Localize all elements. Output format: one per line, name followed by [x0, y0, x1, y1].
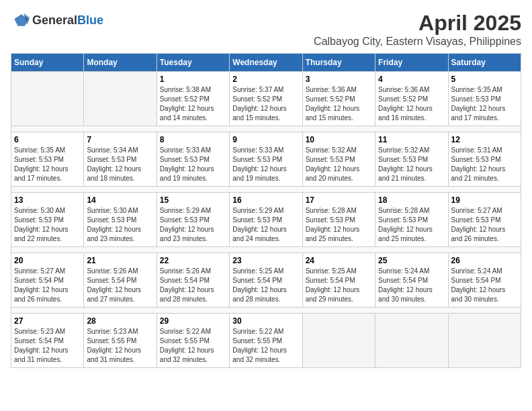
calendar-cell: 11Sunrise: 5:32 AMSunset: 5:53 PMDayligh… [375, 132, 448, 187]
calendar-header-thursday: Thursday [302, 54, 375, 72]
calendar-cell: 3Sunrise: 5:36 AMSunset: 5:52 PMDaylight… [302, 72, 375, 126]
logo: GeneralBlue [11, 11, 103, 30]
day-number: 4 [378, 75, 445, 84]
calendar-cell: 30Sunrise: 5:22 AMSunset: 5:55 PMDayligh… [230, 314, 302, 368]
day-info: Sunrise: 5:24 AMSunset: 5:54 PMDaylight:… [451, 267, 518, 304]
day-info: Sunrise: 5:33 AMSunset: 5:53 PMDaylight:… [160, 146, 226, 183]
calendar-cell: 4Sunrise: 5:36 AMSunset: 5:52 PMDaylight… [375, 72, 448, 126]
day-number: 21 [87, 256, 153, 265]
week-separator [11, 187, 521, 193]
day-number: 27 [14, 316, 81, 326]
calendar-cell [11, 72, 84, 126]
day-info: Sunrise: 5:23 AMSunset: 5:54 PMDaylight:… [14, 327, 81, 365]
day-info: Sunrise: 5:36 AMSunset: 5:52 PMDaylight:… [378, 85, 445, 123]
header: GeneralBlue April 2025 Calbayog City, Ea… [11, 11, 521, 48]
day-number: 5 [451, 75, 518, 84]
separator-cell [11, 247, 521, 253]
day-number: 16 [232, 195, 299, 205]
day-info: Sunrise: 5:33 AMSunset: 5:53 PMDaylight:… [232, 146, 299, 183]
day-info: Sunrise: 5:34 AMSunset: 5:53 PMDaylight:… [87, 146, 153, 183]
day-number: 19 [451, 195, 518, 205]
calendar-week-row: 13Sunrise: 5:30 AMSunset: 5:53 PMDayligh… [11, 193, 521, 247]
logo-icon [11, 11, 30, 30]
calendar-cell: 25Sunrise: 5:24 AMSunset: 5:54 PMDayligh… [375, 253, 448, 308]
calendar-cell: 7Sunrise: 5:34 AMSunset: 5:53 PMDaylight… [84, 132, 157, 187]
day-info: Sunrise: 5:26 AMSunset: 5:54 PMDaylight:… [87, 267, 153, 304]
day-info: Sunrise: 5:27 AMSunset: 5:54 PMDaylight:… [14, 267, 81, 304]
calendar-week-row: 1Sunrise: 5:38 AMSunset: 5:52 PMDaylight… [11, 72, 521, 126]
calendar-cell: 15Sunrise: 5:29 AMSunset: 5:53 PMDayligh… [157, 193, 229, 247]
day-info: Sunrise: 5:29 AMSunset: 5:53 PMDaylight:… [232, 206, 299, 244]
calendar-cell [448, 314, 521, 368]
calendar-header-friday: Friday [375, 54, 448, 72]
calendar-cell: 6Sunrise: 5:35 AMSunset: 5:53 PMDaylight… [11, 132, 84, 187]
calendar-cell: 12Sunrise: 5:31 AMSunset: 5:53 PMDayligh… [448, 132, 521, 187]
day-number: 24 [306, 256, 372, 265]
day-info: Sunrise: 5:25 AMSunset: 5:54 PMDaylight:… [306, 267, 372, 304]
calendar-week-row: 6Sunrise: 5:35 AMSunset: 5:53 PMDaylight… [11, 132, 521, 187]
day-number: 10 [306, 135, 372, 144]
calendar-week-row: 20Sunrise: 5:27 AMSunset: 5:54 PMDayligh… [11, 253, 521, 308]
calendar-cell: 10Sunrise: 5:32 AMSunset: 5:53 PMDayligh… [302, 132, 375, 187]
day-info: Sunrise: 5:28 AMSunset: 5:53 PMDaylight:… [306, 206, 372, 244]
day-number: 13 [14, 195, 81, 205]
calendar-header-row: SundayMondayTuesdayWednesdayThursdayFrid… [11, 54, 521, 72]
calendar-cell [375, 314, 448, 368]
calendar-cell: 20Sunrise: 5:27 AMSunset: 5:54 PMDayligh… [11, 253, 84, 308]
day-number: 22 [160, 256, 226, 265]
calendar-cell: 29Sunrise: 5:22 AMSunset: 5:55 PMDayligh… [157, 314, 229, 368]
calendar-header-monday: Monday [84, 54, 157, 72]
day-info: Sunrise: 5:28 AMSunset: 5:53 PMDaylight:… [378, 206, 445, 244]
day-number: 6 [14, 135, 81, 144]
day-number: 7 [87, 135, 153, 144]
calendar-cell: 2Sunrise: 5:37 AMSunset: 5:52 PMDaylight… [230, 72, 302, 126]
day-number: 12 [451, 135, 518, 144]
calendar-cell: 26Sunrise: 5:24 AMSunset: 5:54 PMDayligh… [448, 253, 521, 308]
day-number: 2 [232, 75, 299, 84]
day-info: Sunrise: 5:25 AMSunset: 5:54 PMDaylight:… [232, 267, 299, 304]
page-subtitle: Calbayog City, Eastern Visayas, Philippi… [314, 36, 521, 48]
week-separator [11, 126, 521, 132]
day-info: Sunrise: 5:24 AMSunset: 5:54 PMDaylight:… [378, 267, 445, 304]
calendar-cell: 1Sunrise: 5:38 AMSunset: 5:52 PMDaylight… [157, 72, 229, 126]
calendar-cell: 23Sunrise: 5:25 AMSunset: 5:54 PMDayligh… [230, 253, 302, 308]
calendar-header-tuesday: Tuesday [157, 54, 229, 72]
day-info: Sunrise: 5:22 AMSunset: 5:55 PMDaylight:… [160, 327, 226, 365]
calendar-table: SundayMondayTuesdayWednesdayThursdayFrid… [11, 53, 521, 368]
day-number: 17 [306, 195, 372, 205]
day-info: Sunrise: 5:22 AMSunset: 5:55 PMDaylight:… [232, 327, 299, 365]
calendar-week-row: 27Sunrise: 5:23 AMSunset: 5:54 PMDayligh… [11, 314, 521, 368]
calendar-cell: 16Sunrise: 5:29 AMSunset: 5:53 PMDayligh… [230, 193, 302, 247]
day-info: Sunrise: 5:32 AMSunset: 5:53 PMDaylight:… [306, 146, 372, 183]
calendar-cell [84, 72, 157, 126]
day-info: Sunrise: 5:23 AMSunset: 5:55 PMDaylight:… [87, 327, 153, 365]
day-info: Sunrise: 5:26 AMSunset: 5:54 PMDaylight:… [160, 267, 226, 304]
calendar-cell: 18Sunrise: 5:28 AMSunset: 5:53 PMDayligh… [375, 193, 448, 247]
day-info: Sunrise: 5:29 AMSunset: 5:53 PMDaylight:… [160, 206, 226, 244]
day-number: 26 [451, 256, 518, 265]
day-number: 3 [306, 75, 372, 84]
title-area: April 2025 Calbayog City, Eastern Visaya… [314, 11, 521, 48]
week-separator [11, 308, 521, 314]
day-number: 18 [378, 195, 445, 205]
calendar-cell: 8Sunrise: 5:33 AMSunset: 5:53 PMDaylight… [157, 132, 229, 187]
day-info: Sunrise: 5:30 AMSunset: 5:53 PMDaylight:… [87, 206, 153, 244]
calendar-cell: 22Sunrise: 5:26 AMSunset: 5:54 PMDayligh… [157, 253, 229, 308]
calendar-header-sunday: Sunday [11, 54, 84, 72]
calendar-cell: 13Sunrise: 5:30 AMSunset: 5:53 PMDayligh… [11, 193, 84, 247]
day-info: Sunrise: 5:31 AMSunset: 5:53 PMDaylight:… [451, 146, 518, 183]
day-info: Sunrise: 5:37 AMSunset: 5:52 PMDaylight:… [232, 85, 299, 123]
calendar-cell: 21Sunrise: 5:26 AMSunset: 5:54 PMDayligh… [84, 253, 157, 308]
calendar-header-saturday: Saturday [448, 54, 521, 72]
day-info: Sunrise: 5:30 AMSunset: 5:53 PMDaylight:… [14, 206, 81, 244]
calendar-header-wednesday: Wednesday [230, 54, 302, 72]
day-number: 29 [160, 316, 226, 326]
calendar-cell: 28Sunrise: 5:23 AMSunset: 5:55 PMDayligh… [84, 314, 157, 368]
day-number: 28 [87, 316, 153, 326]
day-number: 1 [160, 75, 226, 84]
calendar-cell: 27Sunrise: 5:23 AMSunset: 5:54 PMDayligh… [11, 314, 84, 368]
day-number: 8 [160, 135, 226, 144]
calendar-cell: 14Sunrise: 5:30 AMSunset: 5:53 PMDayligh… [84, 193, 157, 247]
separator-cell [11, 126, 521, 132]
logo-general: General [32, 13, 77, 27]
